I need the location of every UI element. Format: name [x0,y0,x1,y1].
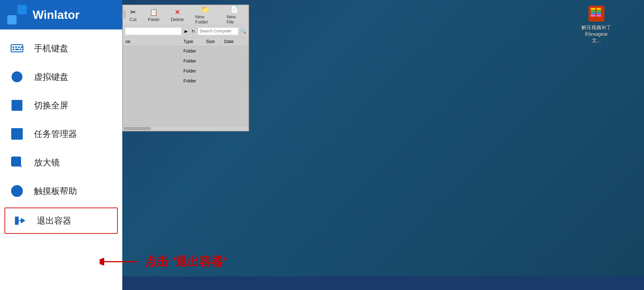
svg-rect-3 [591,13,595,14]
paste-button[interactable]: 📋 Paste [146,7,162,24]
desktop: ─ □ ✕ ✂ Cut 📋 Paste ✕ [0,0,644,290]
help-icon: ? [9,183,25,199]
annotation-area: 点击 '退出容器' [100,254,226,270]
table-row[interactable]: Folder [123,56,249,66]
svg-rect-11 [7,15,16,25]
file-list-header: ne Type Size Date [123,37,249,46]
svg-rect-4 [591,15,595,17]
svg-rect-20 [20,49,22,50]
delete-button[interactable]: ✕ Delete [168,7,186,24]
svg-rect-2 [591,10,595,12]
col-name: ne [123,39,181,44]
svg-rect-16 [18,47,20,48]
keyboard-icon [9,40,25,56]
svg-rect-13 [11,45,23,52]
col-date: Date [222,39,249,44]
file-manager-content: ✂ Cut 📋 Paste ✕ Delete 📁 New Folder 📄 [123,5,249,131]
sidebar-header: Winlator [0,0,122,30]
file-manager-window: ─ □ ✕ ✂ Cut 📋 Paste ✕ [122,5,249,131]
file-list-body: Folder Folder Folder [123,46,249,126]
svg-rect-9 [7,5,16,14]
desktop-icon-label: 解压视频补丁到exagear文... [580,25,612,44]
sidebar-item-label: 放大镜 [34,157,60,168]
sidebar: Winlator 手机键盘 [0,0,122,290]
svg-rect-8 [596,15,601,17]
new-file-button[interactable]: 📄 New File [224,4,244,26]
svg-text:?: ? [15,186,20,195]
sidebar-item-label: 手机键盘 [34,43,68,54]
navigate-button[interactable]: ▶ [184,28,189,35]
table-row[interactable]: Folder [123,76,249,86]
windows-logo-icon [7,5,27,25]
address-bar: ▶ ↻ 🔍 [123,25,249,37]
svg-rect-7 [596,13,601,14]
annotation-arrow [100,255,140,268]
sidebar-items: 手机键盘 虚拟键盘 [0,30,122,290]
refresh-button[interactable]: ↻ [191,28,196,35]
gamepad-icon [9,69,25,85]
svg-rect-15 [15,47,17,48]
annotation-click-text: 点击 [145,254,168,270]
col-type: Type [181,39,203,44]
taskmgr-icon [9,126,25,142]
address-input[interactable] [125,28,182,35]
sidebar-item-magnifier[interactable]: 放大镜 [0,148,122,177]
sidebar-item-virtual-keyboard[interactable]: 虚拟键盘 [0,63,122,91]
table-row[interactable]: Folder [123,66,249,76]
fullscreen-icon [9,97,25,113]
toolbar: ✂ Cut 📋 Paste ✕ Delete 📁 New Folder 📄 [123,5,249,25]
sidebar-item-label: 退出容器 [37,215,71,226]
annotation-quote-text: '退出容器' [173,254,226,270]
sidebar-item-label: 虚拟键盘 [34,71,68,83]
delete-icon: ✕ [174,8,180,16]
svg-rect-6 [596,10,601,12]
scrollbar[interactable] [123,126,249,131]
sidebar-item-label: 切换全屏 [34,100,68,111]
exit-icon [12,213,28,229]
col-size: Size [203,39,222,44]
magnifier-icon [9,155,25,170]
sidebar-item-label: 任务管理器 [34,128,77,140]
sidebar-item-task-manager[interactable]: 任务管理器 [0,120,122,148]
sidebar-item-label: 触摸板帮助 [34,185,77,197]
new-folder-icon: 📁 [201,6,210,13]
svg-rect-1 [591,8,595,10]
svg-rect-19 [15,49,19,50]
scrollbar-thumb[interactable] [124,127,151,130]
svg-rect-5 [596,8,601,10]
search-input[interactable] [198,28,238,35]
paste-icon: 📋 [150,8,158,16]
search-button[interactable]: 🔍 [240,28,246,35]
new-folder-button[interactable]: 📁 New Folder [193,4,218,26]
sidebar-item-fullscreen[interactable]: 切换全屏 [0,91,122,120]
svg-rect-14 [12,47,14,48]
svg-rect-17 [20,47,22,48]
svg-rect-10 [18,5,27,14]
svg-rect-18 [12,49,14,50]
sidebar-item-exit-container[interactable]: 退出容器 [4,207,118,234]
svg-rect-12 [18,15,27,25]
svg-point-30 [13,159,19,164]
sidebar-title: Winlator [32,8,80,22]
svg-point-24 [16,76,18,78]
exagear-icon [588,5,606,23]
sidebar-item-touchpad-help[interactable]: ? 触摸板帮助 [0,177,122,205]
table-row[interactable]: Folder [123,46,249,56]
new-file-icon: 📄 [230,6,238,13]
sidebar-item-mobile-keyboard[interactable]: 手机键盘 [0,34,122,63]
desktop-icon-exagear[interactable]: 解压视频补丁到exagear文... [580,5,612,44]
cut-button[interactable]: ✂ Cut [127,7,139,24]
cut-icon: ✂ [130,8,136,16]
svg-rect-28 [12,128,22,139]
